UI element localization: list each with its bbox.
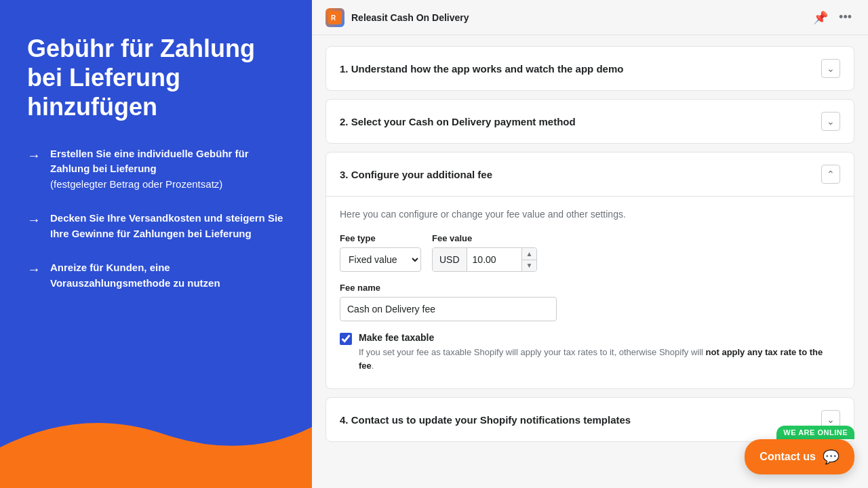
online-badge: WE ARE ONLINE [776, 426, 854, 439]
bullet-item-3: → Anreize für Kunden, eine Vorauszahlung… [27, 260, 285, 291]
left-panel: Gebühr für Zahlung bei Lieferung hinzufü… [0, 0, 312, 488]
taxable-checkbox-row: Make fee taxable If you set your fee as … [340, 332, 840, 372]
accordion-section-2: 2. Select your Cash on Delivery payment … [326, 99, 854, 144]
fee-type-select[interactable]: Fixed value Percentage [340, 247, 421, 272]
bullet-item-1: → Erstellen Sie eine individuelle Gebühr… [27, 146, 285, 192]
arrow-icon-3: → [27, 262, 41, 277]
page-title: Gebühr für Zahlung bei Lieferung hinzufü… [27, 34, 285, 122]
fee-type-group: Fee type Fixed value Percentage [340, 233, 421, 272]
accordion-body-3: Here you can configure or change your fe… [326, 196, 854, 388]
bullet-item-2: → Decken Sie Ihre Versandkosten und stei… [27, 211, 285, 241]
bullet-text-1: Erstellen Sie eine individuelle Gebühr f… [50, 146, 285, 192]
fee-form-row: Fee type Fixed value Percentage Fee valu… [340, 233, 840, 272]
stepper-down-button[interactable]: ▼ [522, 260, 537, 272]
section-4-label: 4. Contact us to update your Shopify not… [340, 414, 631, 426]
section-1-label: 1. Understand how the app works and watc… [340, 63, 623, 75]
taxable-label-group: Make fee taxable If you set your fee as … [359, 332, 840, 372]
contact-us-label: Contact us [760, 451, 816, 463]
svg-text:R: R [331, 14, 336, 22]
accordion-header-2[interactable]: 2. Select your Cash on Delivery payment … [326, 100, 854, 143]
taxable-sub-label: If you set your fee as taxable Shopify w… [359, 346, 840, 372]
arrow-icon-1: → [27, 148, 41, 163]
accordion-section-3: 3. Configure your additional fee ⌃ Here … [326, 152, 854, 389]
fee-name-label: Fee name [340, 283, 840, 293]
app-header: R Releasit Cash On Delivery 📌 ••• [312, 0, 868, 35]
more-options-button[interactable]: ••• [836, 7, 854, 28]
bullet-list: → Erstellen Sie eine individuelle Gebühr… [27, 146, 285, 291]
accordion-header-3[interactable]: 3. Configure your additional fee ⌃ [326, 152, 854, 196]
orange-wave [0, 393, 312, 488]
accordion-header-1[interactable]: 1. Understand how the app works and watc… [326, 47, 854, 90]
chevron-down-icon-2: ⌄ [821, 112, 840, 131]
chevron-up-icon-3: ⌃ [821, 165, 840, 184]
currency-label: USD [433, 248, 467, 271]
arrow-icon-2: → [27, 212, 41, 228]
fee-value-label: Fee value [432, 233, 537, 243]
make-taxable-checkbox[interactable] [340, 333, 352, 345]
accordion-section-1: 1. Understand how the app works and watc… [326, 46, 854, 91]
fee-value-input-group: USD ▲ ▼ [432, 247, 537, 272]
fee-value-input[interactable] [467, 254, 521, 265]
chat-icon: 💬 [823, 449, 840, 465]
section-2-label: 2. Select your Cash on Delivery payment … [340, 116, 576, 127]
section-3-description: Here you can configure or change your fe… [340, 209, 840, 220]
app-title: Releasit Cash On Delivery [351, 12, 804, 23]
taxable-main-label: Make fee taxable [359, 332, 840, 343]
chevron-down-icon-1: ⌄ [821, 59, 840, 78]
fee-name-input[interactable] [340, 297, 557, 321]
content-area: 1. Understand how the app works and watc… [312, 35, 868, 488]
header-actions: 📌 ••• [810, 7, 854, 28]
value-stepper: ▲ ▼ [521, 248, 537, 271]
chat-widget: WE ARE ONLINE Contact us 💬 [745, 426, 854, 474]
contact-us-button[interactable]: Contact us 💬 [745, 439, 854, 474]
fee-value-group: Fee value USD ▲ ▼ [432, 233, 537, 272]
app-logo: R [326, 8, 344, 27]
bullet-text-2: Decken Sie Ihre Versandkosten und steige… [50, 211, 285, 241]
pin-button[interactable]: 📌 [810, 7, 831, 28]
bullet-text-3: Anreize für Kunden, eine Vorauszahlungsm… [50, 260, 285, 291]
right-panel: R Releasit Cash On Delivery 📌 ••• 1. Und… [312, 0, 868, 488]
fee-type-label: Fee type [340, 233, 421, 243]
section-3-label: 3. Configure your additional fee [340, 169, 492, 180]
stepper-up-button[interactable]: ▲ [522, 248, 537, 260]
fee-name-group: Fee name [340, 283, 840, 321]
